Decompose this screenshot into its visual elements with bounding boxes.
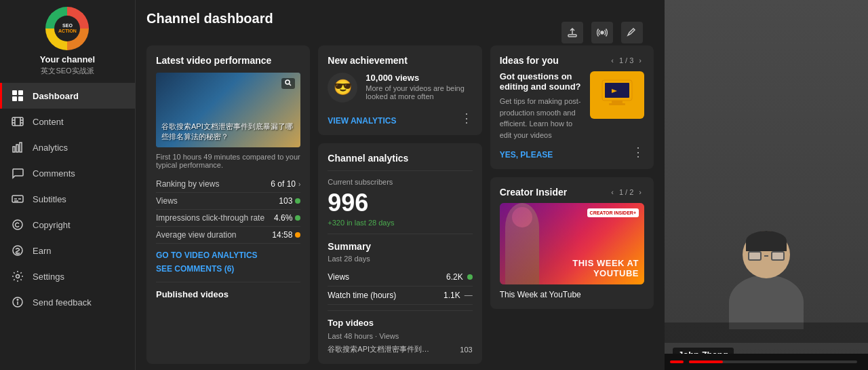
published-videos-title: Published videos	[156, 289, 300, 299]
sidebar-label-content: Content	[33, 117, 64, 127]
ideas-text: Got questions on editing and sound? Get …	[500, 71, 583, 141]
ideas-prev-button[interactable]: ‹	[608, 55, 616, 66]
sidebar-item-feedback[interactable]: Send feedback	[0, 289, 135, 315]
top-video-name: 谷歌搜索API文档泄密事件到底暴漏了哪些...	[328, 344, 436, 354]
green-indicator-ctr	[295, 215, 300, 221]
subscriber-count: 996	[328, 189, 472, 217]
creator-prev-button[interactable]: ‹	[608, 187, 616, 198]
feedback-icon	[11, 295, 24, 309]
video-thumbnail[interactable]: 谷歌搜索API文档泄密事件到底暴漏了哪些排名算法的秘密？	[156, 73, 300, 147]
creator-card-title: This Week at YouTube	[500, 290, 644, 299]
svg-point-25	[601, 31, 604, 34]
sidebar-item-settings[interactable]: Settings	[0, 263, 135, 289]
stat-val-ranking: 6 of 10 ›	[271, 179, 300, 189]
svg-rect-32	[609, 103, 625, 105]
sidebar-label-subtitles: Subtitles	[33, 194, 66, 204]
ideas-title: Ideas for you	[500, 55, 559, 66]
ideas-next-button[interactable]: ›	[636, 55, 644, 66]
ideas-more-icon[interactable]: ⋮	[632, 145, 644, 160]
progress-fill	[689, 360, 723, 363]
green-indicator	[295, 198, 300, 204]
view-analytics-link[interactable]: VIEW ANALYTICS	[328, 116, 396, 126]
upload-button[interactable]	[561, 22, 583, 43]
top-videos-title: Top videos	[328, 318, 472, 328]
ideas-pagination: 1 / 3	[619, 56, 633, 64]
top-video-views: 103	[460, 346, 472, 354]
sidebar-label-settings: Settings	[33, 272, 64, 282]
sidebar-label-feedback: Send feedback	[33, 297, 92, 308]
sidebar-item-copyright[interactable]: Copyright	[0, 212, 135, 238]
summary-title: Summary	[328, 241, 472, 252]
ideas-body: Got questions on editing and sound? Get …	[500, 71, 644, 141]
go-to-analytics-link[interactable]: GO TO VIDEO ANALYTICS	[156, 251, 300, 260]
analytics-label-views: Views	[328, 272, 349, 282]
header-icons	[561, 22, 643, 43]
analytics-row-watchtime: Watch time (hours) 1.1K —	[328, 286, 472, 305]
ideas-header: Ideas for you ‹ 1 / 3 ›	[500, 55, 644, 66]
stat-val-ctr: 4.6%	[274, 213, 300, 223]
latest-video-card: Latest video performance 谷歌搜索API文档泄密事件到底…	[146, 45, 310, 364]
sidebar-item-comments[interactable]: Comments	[0, 160, 135, 186]
ideas-image	[590, 71, 644, 119]
ideas-nav: ‹ 1 / 3 ›	[608, 55, 644, 66]
achievement-info: 10,000 views More of your videos are bei…	[366, 73, 472, 100]
sidebar-label-comments: Comments	[33, 168, 75, 179]
subtitles-icon	[11, 192, 24, 206]
sidebar-item-content[interactable]: Content	[0, 109, 135, 134]
creator-next-button[interactable]: ›	[636, 187, 644, 198]
video-call-panel: John Zhang	[665, 0, 868, 370]
logo-inner: SEO ACTION	[54, 16, 80, 41]
creator-thumb-title: THIS WEEK AT YOUTUBE	[543, 253, 644, 284]
logo-line2: ACTION	[58, 29, 77, 34]
achievement-more-icon[interactable]: ⋮	[460, 111, 473, 126]
create-button[interactable]	[621, 22, 643, 43]
analytics-row-views: Views 6.2K	[328, 268, 472, 286]
ideas-heading: Got questions on editing and sound?	[500, 71, 583, 92]
sidebar-item-analytics[interactable]: Analytics	[0, 134, 135, 160]
creator-thumbnail[interactable]: CREATOR INSIDER+ THIS WEEK AT YOUTUBE	[500, 203, 644, 284]
analytics-val-watchtime: 1.1K —	[443, 291, 473, 300]
green-dot-views	[467, 274, 473, 280]
sub-change: +320 in last 28 days	[328, 219, 472, 227]
creator-nav: ‹ 1 / 2 ›	[608, 187, 644, 198]
svg-rect-24	[568, 35, 576, 37]
earn-icon	[11, 244, 24, 257]
channel-analytics-card: Channel analytics Current subscribers 99…	[318, 143, 481, 364]
stat-row-views: Views 103	[156, 193, 300, 210]
svg-line-27	[290, 84, 292, 86]
video-feed: John Zhang	[665, 0, 868, 370]
stat-label-duration: Average view duration	[156, 230, 237, 240]
svg-rect-13	[20, 143, 22, 152]
progress-bar	[689, 360, 857, 363]
stat-label-views: Views	[156, 196, 178, 206]
analytics-label-watchtime: Watch time (hours)	[328, 291, 396, 300]
stat-row-ctr: Impressions click-through rate 4.6%	[156, 210, 300, 227]
dashboard-grid: Latest video performance 谷歌搜索API文档泄密事件到底…	[146, 45, 654, 364]
sidebar: SEO ACTION Your channel 英文SEO实战派 Dashboa…	[0, 0, 136, 370]
logo-line1: SEO	[62, 23, 73, 29]
current-sub-label: Current subscribers	[328, 178, 472, 186]
grid-icon	[11, 89, 24, 103]
dash-indicator: —	[465, 291, 473, 300]
stat-label-ctr: Impressions click-through rate	[156, 213, 264, 223]
top-video-row: 谷歌搜索API文档泄密事件到底暴漏了哪些... 103	[328, 344, 472, 354]
achievement-row: 😎 10,000 views More of your videos are b…	[328, 73, 472, 103]
sidebar-label-analytics: Analytics	[33, 143, 68, 153]
stat-val-views: 103	[279, 196, 300, 206]
sidebar-item-earn[interactable]: Earn	[0, 238, 135, 263]
latest-video-title: Latest video performance	[156, 55, 300, 66]
yes-please-button[interactable]: YES, PLEASE	[500, 150, 553, 160]
sidebar-item-dashboard[interactable]: Dashboard	[0, 83, 135, 109]
sidebar-label-copyright: Copyright	[33, 220, 71, 230]
live-button[interactable]	[591, 22, 613, 43]
main-content: Channel dashboard Latest v	[136, 0, 665, 370]
svg-point-23	[17, 299, 18, 301]
see-comments-link[interactable]: SEE COMMENTS (6)	[156, 264, 300, 274]
sidebar-item-subtitles[interactable]: Subtitles	[0, 186, 135, 212]
channel-name: Your channel	[40, 54, 95, 64]
achievement-emoji: 😎	[328, 73, 357, 103]
settings-icon	[11, 270, 24, 283]
svg-rect-31	[612, 100, 623, 103]
svg-rect-1	[18, 90, 23, 95]
creator-badge: CREATOR INSIDER+	[587, 208, 639, 217]
